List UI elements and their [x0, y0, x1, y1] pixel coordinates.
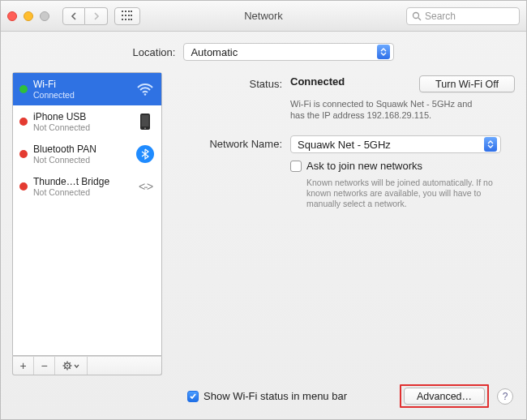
svg-line-13: [70, 368, 71, 369]
network-preferences-window: Network Search Location: Automatic Wi-Fi: [0, 0, 527, 420]
sidebar-item-iphone-usb[interactable]: iPhone USB Not Connected: [13, 105, 161, 138]
iphone-icon: [135, 112, 155, 131]
svg-line-15: [70, 362, 71, 363]
status-dot-icon: [19, 182, 28, 191]
chevron-updown-icon: [484, 137, 497, 152]
gear-icon: [62, 361, 72, 371]
svg-line-14: [64, 368, 65, 369]
back-button[interactable]: [62, 7, 85, 25]
forward-button[interactable]: [85, 7, 108, 25]
svg-point-0: [413, 12, 419, 18]
ask-to-join-checkbox[interactable]: Ask to join new networks: [290, 160, 422, 172]
svg-line-1: [418, 18, 421, 20]
footer-row: Show Wi-Fi status in menu bar Advanced… …: [187, 384, 513, 408]
detail-pane: Status: Connected Turn Wi-Fi Off Wi-Fi i…: [174, 72, 515, 411]
advanced-button[interactable]: Advanced…: [404, 388, 485, 405]
thunderbolt-icon: <··>: [135, 177, 155, 196]
sidebar-wrap: Wi-Fi Connected iPhone USB Not Connected: [12, 72, 162, 411]
sidebar-item-wifi[interactable]: Wi-Fi Connected: [13, 73, 161, 105]
interfaces-sidebar: Wi-Fi Connected iPhone USB Not Connected: [12, 72, 162, 356]
wifi-icon: [135, 79, 155, 99]
chevron-updown-icon: [377, 45, 390, 59]
ask-to-join-label: Ask to join new networks: [306, 160, 422, 172]
ask-to-join-description: Known networks will be joined automatica…: [306, 178, 509, 209]
content: Wi-Fi Connected iPhone USB Not Connected: [1, 72, 526, 419]
bluetooth-icon: [135, 144, 155, 164]
location-row: Location: Automatic: [1, 32, 526, 72]
checkbox-icon: [187, 391, 199, 402]
search-placeholder: Search: [425, 11, 456, 22]
network-name-label: Network Name:: [185, 135, 290, 153]
status-description: Wi-Fi is connected to Squawk Net - 5GHz …: [290, 98, 485, 121]
sidebar-item-thunderbolt-bridge[interactable]: Thunde…t Bridge Not Connected <··>: [13, 170, 161, 203]
show-wifi-status-checkbox[interactable]: Show Wi-Fi status in menu bar: [187, 390, 347, 402]
status-dot-icon: [19, 150, 28, 158]
network-name-value: Squawk Net - 5GHz: [298, 139, 391, 151]
show-wifi-status-label: Show Wi-Fi status in menu bar: [204, 390, 347, 402]
svg-point-5: [144, 127, 146, 129]
turn-wifi-off-button[interactable]: Turn Wi-Fi Off: [419, 75, 515, 92]
grid-icon: [122, 11, 133, 22]
svg-point-7: [66, 365, 68, 366]
help-button[interactable]: ?: [497, 388, 513, 405]
status-dot-icon: [19, 118, 28, 126]
search-icon: [412, 11, 422, 21]
location-label: Location:: [133, 46, 176, 58]
advanced-highlight: Advanced…: [400, 384, 489, 408]
sidebar-item-status: Not Connected: [33, 122, 130, 132]
svg-line-12: [64, 362, 65, 363]
svg-rect-4: [142, 115, 149, 126]
remove-interface-button[interactable]: −: [34, 357, 55, 375]
sidebar-item-label: iPhone USB: [33, 111, 130, 122]
status-dot-icon: [19, 85, 28, 93]
chevron-down-icon: [74, 364, 79, 368]
status-value: Connected: [290, 75, 345, 88]
checkbox-icon: [290, 161, 302, 172]
sidebar-item-label: Thunde…t Bridge: [33, 176, 130, 187]
sidebar-item-status: Not Connected: [33, 155, 130, 165]
location-value: Automatic: [191, 46, 238, 58]
titlebar: Network Search: [1, 1, 526, 32]
sidebar-item-label: Wi-Fi: [33, 79, 130, 90]
status-label: Status:: [185, 75, 290, 92]
svg-point-2: [144, 93, 147, 96]
sidebar-item-bluetooth-pan[interactable]: Bluetooth PAN Not Connected: [13, 138, 161, 170]
close-button[interactable]: [7, 11, 17, 21]
sidebar-item-status: Not Connected: [33, 187, 130, 197]
network-name-select[interactable]: Squawk Net - 5GHz: [290, 135, 501, 153]
zoom-button: [40, 11, 49, 21]
search-input[interactable]: Search: [406, 7, 520, 25]
sidebar-footer: + −: [12, 356, 162, 375]
show-all-button[interactable]: [114, 7, 140, 25]
sidebar-item-label: Bluetooth PAN: [33, 144, 130, 155]
nav-buttons: [62, 7, 108, 25]
window-controls: [7, 11, 49, 21]
location-select[interactable]: Automatic: [183, 43, 394, 61]
sidebar-item-status: Connected: [33, 90, 130, 100]
add-interface-button[interactable]: +: [13, 357, 34, 375]
interface-actions-menu[interactable]: [55, 357, 88, 375]
minimize-button[interactable]: [24, 11, 33, 21]
